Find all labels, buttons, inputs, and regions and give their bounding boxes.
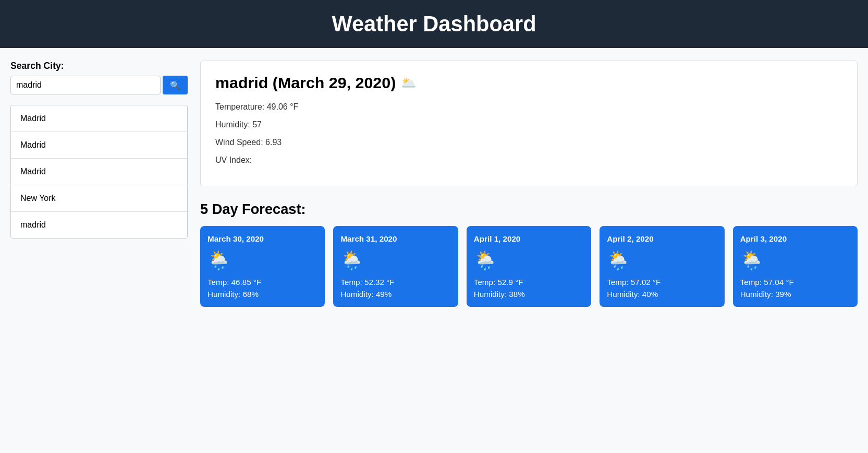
uv-index-detail: UV Index:: [215, 156, 842, 165]
list-item[interactable]: Madrid: [11, 132, 187, 159]
forecast-weather-icon: 🌦️: [340, 249, 450, 271]
current-weather-title: madrid (March 29, 2020) 🌥️: [215, 74, 842, 92]
sidebar: Search City: 🔍 MadridMadridMadridNew Yor…: [10, 61, 188, 307]
list-item[interactable]: madrid: [11, 212, 187, 238]
search-row: 🔍: [10, 76, 188, 94]
search-input[interactable]: [10, 76, 161, 94]
forecast-temp: Temp: 57.04 °F: [740, 278, 850, 287]
forecast-date: April 2, 2020: [607, 234, 717, 243]
content-area: madrid (March 29, 2020) 🌥️ Temperature: …: [200, 61, 858, 307]
search-button[interactable]: 🔍: [163, 76, 188, 94]
forecast-humidity: Humidity: 68%: [207, 290, 317, 299]
forecast-humidity: Humidity: 40%: [607, 290, 717, 299]
forecast-temp: Temp: 57.02 °F: [607, 278, 717, 287]
forecast-temp: Temp: 52.32 °F: [340, 278, 450, 287]
forecast-card: April 2, 2020 🌦️ Temp: 57.02 °F Humidity…: [600, 226, 724, 307]
forecast-section: 5 Day Forecast: March 30, 2020 🌦️ Temp: …: [200, 201, 858, 307]
forecast-card: March 30, 2020 🌦️ Temp: 46.85 °F Humidit…: [200, 226, 325, 307]
forecast-humidity: Humidity: 38%: [474, 290, 584, 299]
forecast-card: March 31, 2020 🌦️ Temp: 52.32 °F Humidit…: [333, 226, 458, 307]
temperature-detail: Temperature: 49.06 °F: [215, 102, 842, 112]
forecast-card: April 3, 2020 🌦️ Temp: 57.04 °F Humidity…: [733, 226, 858, 307]
forecast-date: April 1, 2020: [474, 234, 584, 243]
app-header: Weather Dashboard: [0, 0, 868, 48]
forecast-weather-icon: 🌦️: [607, 249, 717, 271]
current-city-date: madrid (March 29, 2020): [215, 74, 396, 92]
forecast-date: March 31, 2020: [340, 234, 450, 243]
forecast-cards: March 30, 2020 🌦️ Temp: 46.85 °F Humidit…: [200, 226, 858, 307]
current-weather-card: madrid (March 29, 2020) 🌥️ Temperature: …: [200, 61, 858, 186]
list-item[interactable]: Madrid: [11, 105, 187, 132]
list-item[interactable]: New York: [11, 185, 187, 212]
forecast-card: April 1, 2020 🌦️ Temp: 52.9 °F Humidity:…: [467, 226, 591, 307]
humidity-detail: Humidity: 57: [215, 120, 842, 129]
forecast-weather-icon: 🌦️: [474, 249, 584, 271]
wind-speed-detail: Wind Speed: 6.93: [215, 138, 842, 147]
forecast-weather-icon: 🌦️: [207, 249, 317, 271]
forecast-temp: Temp: 46.85 °F: [207, 278, 317, 287]
city-list: MadridMadridMadridNew Yorkmadrid: [10, 105, 188, 239]
forecast-title: 5 Day Forecast:: [200, 201, 858, 218]
forecast-date: March 30, 2020: [207, 234, 317, 243]
list-item[interactable]: Madrid: [11, 159, 187, 185]
current-weather-icon: 🌥️: [401, 76, 417, 90]
forecast-humidity: Humidity: 39%: [740, 290, 850, 299]
forecast-humidity: Humidity: 49%: [340, 290, 450, 299]
forecast-temp: Temp: 52.9 °F: [474, 278, 584, 287]
page-title: Weather Dashboard: [0, 11, 868, 37]
search-label: Search City:: [10, 61, 188, 71]
forecast-date: April 3, 2020: [740, 234, 850, 243]
forecast-weather-icon: 🌦️: [740, 249, 850, 271]
search-icon: 🔍: [170, 81, 180, 90]
